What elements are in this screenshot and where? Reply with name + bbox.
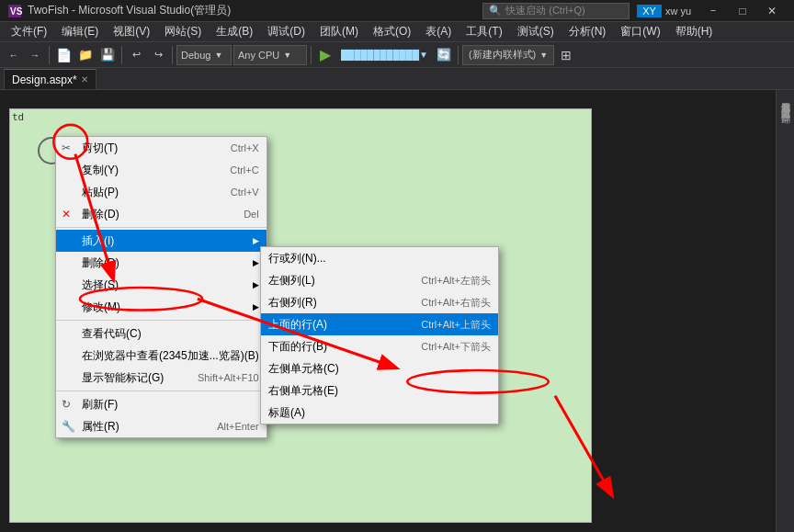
back-button[interactable]: ←: [4, 45, 24, 65]
cm-insert-label: 插入(I): [82, 233, 114, 249]
sidebar-item-planning[interactable]: 需计划测览览器: [777, 94, 794, 97]
cm-properties-label: 属性(R): [82, 419, 119, 435]
menu-team[interactable]: 团队(M): [312, 22, 366, 42]
sub-row-col[interactable]: 行或列(N)...: [261, 247, 498, 269]
sub-header[interactable]: 标题(A): [261, 402, 498, 424]
sub-right-col[interactable]: 右侧列(R) Ctrl+Alt+右箭头: [261, 291, 498, 313]
new-file-button[interactable]: 📄: [53, 45, 74, 65]
tab-bar: Design.aspx* ✕: [0, 68, 794, 90]
quick-search[interactable]: 🔍 快速启动 (Ctrl+Q): [482, 3, 630, 19]
cpu-mode-dropdown[interactable]: Any CPU ▼: [233, 45, 307, 65]
menu-format[interactable]: 格式(O): [366, 22, 418, 42]
cm-paste[interactable]: 粘贴(P) Ctrl+V: [56, 181, 267, 203]
cm-view-code[interactable]: 查看代码(C): [56, 323, 267, 345]
cm-cut-label: 剪切(T): [82, 141, 118, 156]
forward-button[interactable]: →: [25, 45, 45, 65]
tab-close-button[interactable]: ✕: [81, 74, 88, 85]
username: xw yu: [665, 6, 691, 17]
menu-website[interactable]: 网站(S): [157, 22, 209, 42]
sidebar-item-translate[interactable]: 翻译: [777, 105, 794, 108]
maximize-button[interactable]: □: [728, 0, 757, 22]
redo-button[interactable]: ↪: [148, 45, 168, 65]
design-aspx-tab[interactable]: Design.aspx* ✕: [4, 69, 96, 89]
main-area: td 需计划测览览器 图运递测览器 翻译 ✂ 剪切(T) Ctrl+X 复制(Y…: [0, 90, 794, 532]
sub-right-cell-label: 右侧单元格(E): [268, 383, 338, 399]
restart-button[interactable]: 🔄: [434, 45, 454, 65]
close-button[interactable]: ✕: [757, 0, 787, 22]
delete-icon: ✕: [62, 208, 71, 221]
cm-select-label: 选择(S): [82, 277, 119, 293]
toolbar-sep-1: [49, 46, 50, 64]
debug-mode-label: Debug: [181, 50, 210, 61]
cm-paste-shortcut: Ctrl+V: [231, 187, 259, 198]
cm-refresh[interactable]: ↻ 刷新(F): [56, 393, 267, 415]
menu-tools[interactable]: 工具(T): [459, 22, 509, 42]
minimize-button[interactable]: －: [698, 0, 728, 22]
cm-copy[interactable]: 复制(Y) Ctrl+C: [56, 159, 267, 181]
run-button[interactable]: ▶: [315, 45, 335, 65]
td-label: td: [12, 111, 24, 123]
debug-mode-dropdown[interactable]: Debug ▼: [176, 45, 232, 65]
sub-left-cell[interactable]: 左侧单元格(C): [261, 357, 498, 379]
sidebar-item-toolbox[interactable]: 图运递测览器: [777, 99, 794, 103]
refresh-icon: ↻: [62, 398, 71, 411]
toolbar-sep-4: [311, 46, 312, 64]
sub-left-col-label: 左侧列(L): [268, 273, 315, 289]
menu-help[interactable]: 帮助(H): [668, 22, 720, 42]
cm-copy-label: 复制(Y): [82, 163, 119, 178]
menu-build[interactable]: 生成(B): [209, 22, 260, 42]
menu-window[interactable]: 窗口(W): [613, 22, 667, 42]
cm-cut-shortcut: Ctrl+X: [231, 142, 259, 153]
cm-modify-label: 修改(M): [82, 300, 120, 315]
cm-insert[interactable]: 插入(I): [56, 230, 267, 252]
sub-row-col-label: 行或列(N)...: [268, 251, 326, 266]
sub-right-col-label: 右侧列(R): [268, 295, 317, 311]
context-menu: ✂ 剪切(T) Ctrl+X 复制(Y) Ctrl+C 粘贴(P) Ctrl+V…: [55, 136, 267, 438]
cut-icon: ✂: [62, 141, 71, 154]
menu-file[interactable]: 文件(F): [4, 22, 54, 42]
undo-button[interactable]: ↩: [126, 45, 146, 65]
cm-remove[interactable]: 删除(D): [56, 252, 267, 274]
search-placeholder: 快速启动 (Ctrl+Q): [505, 4, 584, 17]
sub-below-row-shortcut: Ctrl+Alt+下箭头: [421, 340, 491, 354]
title-bar: VS TwoFish - Microsoft Visual Studio(管理员…: [0, 0, 794, 22]
sub-left-col[interactable]: 左侧列(L) Ctrl+Alt+左箭头: [261, 269, 498, 291]
cm-smart-tag[interactable]: 显示智能标记(G) Shift+Alt+F10: [56, 367, 267, 389]
cm-modify[interactable]: 修改(M): [56, 296, 267, 318]
cm-select[interactable]: 选择(S): [56, 274, 267, 296]
cm-paste-label: 粘贴(P): [82, 185, 119, 200]
toolbar-sep-5: [458, 46, 459, 64]
cm-cut[interactable]: ✂ 剪切(T) Ctrl+X: [56, 137, 267, 159]
cm-view-browser[interactable]: 在浏览器中查看(2345加速...览器)(B): [56, 345, 267, 367]
cm-delete-label: 删除(D): [82, 207, 119, 222]
sub-right-cell[interactable]: 右侧单元格(E): [261, 379, 498, 402]
menu-debug[interactable]: 调试(D): [260, 22, 312, 42]
cm-properties[interactable]: 🔧 属性(R) Alt+Enter: [56, 415, 267, 437]
menu-test[interactable]: 测试(S): [510, 22, 561, 42]
layout-view-button[interactable]: ⊞: [556, 45, 576, 65]
cm-properties-shortcut: Alt+Enter: [217, 421, 259, 432]
menu-table[interactable]: 表(A): [418, 22, 459, 42]
cm-smart-tag-shortcut: Shift+Alt+F10: [198, 372, 259, 383]
cm-sep-3: [56, 391, 267, 391]
inline-style-dropdown[interactable]: (新建内联样式) ▼: [462, 45, 554, 65]
cm-delete-shortcut: Del: [244, 209, 259, 220]
sub-above-row-shortcut: Ctrl+Alt+上箭头: [421, 318, 491, 332]
cm-view-browser-label: 在浏览器中查看(2345加速...览器)(B): [82, 348, 259, 364]
cm-refresh-label: 刷新(F): [82, 397, 118, 413]
cpu-mode-label: Any CPU: [238, 50, 279, 61]
context-submenu: 行或列(N)... 左侧列(L) Ctrl+Alt+左箭头 右侧列(R) Ctr…: [260, 246, 499, 424]
menu-analyze[interactable]: 分析(N): [561, 22, 614, 42]
cm-delete[interactable]: ✕ 删除(D) Del: [56, 203, 267, 225]
menu-edit[interactable]: 编辑(E): [54, 22, 106, 42]
open-button[interactable]: 📁: [75, 45, 96, 65]
menu-view[interactable]: 视图(V): [106, 22, 157, 42]
sub-header-label: 标题(A): [268, 405, 305, 421]
sub-above-row[interactable]: 上面的行(A) Ctrl+Alt+上箭头: [261, 313, 498, 335]
right-sidebar: 需计划测览览器 图运递测览器 翻译: [776, 90, 794, 532]
nav-buttons: ← →: [4, 45, 45, 65]
sub-below-row[interactable]: 下面的行(B) Ctrl+Alt+下箭头: [261, 335, 498, 357]
save-button[interactable]: 💾: [97, 45, 118, 65]
cm-view-code-label: 查看代码(C): [82, 326, 142, 342]
cm-sep-1: [56, 227, 267, 228]
